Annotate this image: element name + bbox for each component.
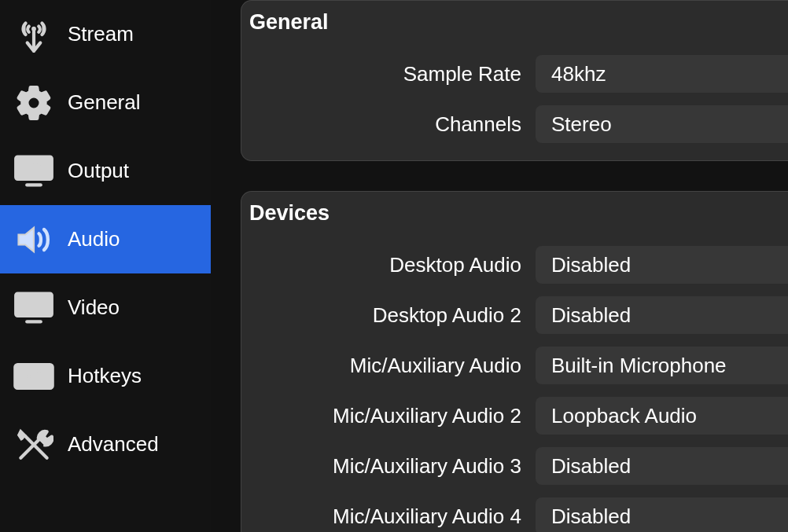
- sidebar-item-advanced[interactable]: Advanced: [0, 410, 211, 479]
- field-row: Mic/Auxiliary Audio Built-in Microphone: [241, 340, 788, 391]
- field-row: Sample Rate 48khz: [241, 49, 788, 99]
- sidebar-item-audio[interactable]: Audio: [0, 205, 211, 273]
- field-row: Mic/Auxiliary Audio 4 Disabled: [241, 491, 788, 532]
- sidebar-item-label: Advanced: [68, 432, 159, 457]
- gear-icon: [6, 83, 61, 123]
- section-title: General: [241, 7, 788, 49]
- sidebar: Stream General Output A: [0, 0, 211, 532]
- keyboard-icon: [6, 361, 61, 391]
- field-label-mic-aux-audio-2: Mic/Auxiliary Audio 2: [241, 404, 536, 428]
- field-row: Desktop Audio 2 Disabled: [241, 290, 788, 340]
- sidebar-item-label: Output: [68, 159, 129, 183]
- mic-aux-audio-2-select[interactable]: Loopback Audio: [536, 397, 788, 435]
- desktop-audio-2-select[interactable]: Disabled: [536, 296, 788, 334]
- field-label-mic-aux-audio-3: Mic/Auxiliary Audio 3: [241, 454, 536, 479]
- section-devices: Devices Desktop Audio Disabled Desktop A…: [241, 191, 788, 532]
- field-label-channels: Channels: [241, 112, 536, 137]
- field-row: Channels Stereo: [241, 99, 788, 149]
- sidebar-item-video[interactable]: Video: [0, 273, 211, 342]
- channels-select[interactable]: Stereo: [536, 105, 788, 143]
- field-label-sample-rate: Sample Rate: [241, 62, 536, 86]
- sidebar-item-label: General: [68, 90, 141, 115]
- field-row: Mic/Auxiliary Audio 3 Disabled: [241, 441, 788, 491]
- section-general: General Sample Rate 48khz Channels Stere…: [241, 0, 788, 161]
- sidebar-item-label: Stream: [68, 22, 134, 46]
- mic-aux-audio-3-select[interactable]: Disabled: [536, 447, 788, 485]
- main-panel: General Sample Rate 48khz Channels Stere…: [211, 0, 788, 532]
- field-row: Desktop Audio Disabled: [241, 240, 788, 290]
- section-title: Devices: [241, 198, 788, 240]
- field-label-mic-aux-audio-4: Mic/Auxiliary Audio 4: [241, 504, 536, 529]
- field-row: Mic/Auxiliary Audio 2 Loopback Audio: [241, 391, 788, 441]
- audio-icon: [6, 222, 61, 258]
- sidebar-item-label: Hotkeys: [68, 364, 142, 388]
- sidebar-item-hotkeys[interactable]: Hotkeys: [0, 342, 211, 410]
- sidebar-item-output[interactable]: Output: [0, 137, 211, 205]
- mic-aux-audio-select[interactable]: Built-in Microphone: [536, 347, 788, 384]
- field-label-mic-aux-audio: Mic/Auxiliary Audio: [241, 354, 536, 378]
- desktop-audio-select[interactable]: Disabled: [536, 246, 788, 284]
- sidebar-item-stream[interactable]: Stream: [0, 0, 211, 68]
- tools-icon: [6, 425, 61, 464]
- output-icon: [6, 153, 61, 189]
- field-label-desktop-audio: Desktop Audio: [241, 253, 536, 277]
- mic-aux-audio-4-select[interactable]: Disabled: [536, 497, 788, 532]
- stream-icon: [6, 15, 61, 54]
- sidebar-item-label: Audio: [68, 227, 120, 251]
- sidebar-item-general[interactable]: General: [0, 68, 211, 137]
- field-label-desktop-audio-2: Desktop Audio 2: [241, 303, 536, 328]
- sidebar-item-label: Video: [68, 295, 120, 320]
- video-icon: [6, 290, 61, 326]
- svg-rect-2: [16, 293, 52, 315]
- sample-rate-select[interactable]: 48khz: [536, 55, 788, 93]
